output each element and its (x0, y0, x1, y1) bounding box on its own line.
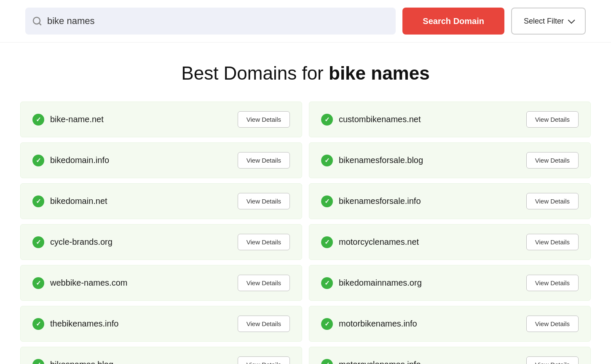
domain-left: thebikenames.info (32, 318, 118, 330)
domain-left: motorcyclenames.info (321, 359, 421, 364)
domain-row: bikenamesforsale.info View Details (309, 183, 591, 219)
domain-row: cycle-brands.org View Details (20, 224, 302, 260)
svg-line-1 (39, 23, 41, 25)
available-icon (321, 155, 333, 166)
domain-name: motorcyclenames.info (339, 360, 421, 364)
search-domain-button[interactable]: Search Domain (402, 8, 504, 35)
domain-row: thebikenames.info View Details (20, 306, 302, 342)
domain-name: bike-name.net (50, 115, 104, 124)
domain-row: bikedomain.net View Details (20, 183, 302, 219)
search-input[interactable] (47, 16, 389, 27)
domain-name: bikesnames.blog (50, 360, 113, 364)
domain-row: webbike-names.com View Details (20, 265, 302, 301)
domain-left: webbike-names.com (32, 277, 127, 289)
available-icon (321, 359, 333, 364)
domain-left: bikenamesforsale.info (321, 195, 421, 207)
view-details-button[interactable]: View Details (526, 193, 579, 209)
domain-row: motorcyclenames.info View Details (309, 347, 591, 364)
view-details-button[interactable]: View Details (238, 316, 290, 332)
page-title-prefix: Best Domains for (181, 63, 329, 83)
domain-left: bikedomain.net (32, 195, 107, 207)
available-icon (321, 277, 333, 289)
available-icon (32, 114, 44, 126)
view-details-button[interactable]: View Details (238, 111, 290, 128)
available-icon (321, 236, 333, 248)
domain-row: bikenamesforsale.blog View Details (309, 142, 591, 178)
domain-left: bikenamesforsale.blog (321, 155, 423, 166)
domain-left: bikedomain.info (32, 155, 109, 166)
domain-row: custombikenames.net View Details (309, 102, 591, 137)
domain-name: custombikenames.net (339, 115, 421, 124)
available-icon (321, 318, 333, 330)
view-details-button[interactable]: View Details (526, 316, 579, 332)
domain-name: webbike-names.com (50, 278, 127, 288)
page-title: Best Domains for bike names (0, 63, 611, 84)
header-bar: Search Domain Select Filter (0, 0, 611, 43)
view-details-button[interactable]: View Details (238, 275, 290, 291)
view-details-button[interactable]: View Details (238, 356, 290, 364)
domain-row: bikedomain.info View Details (20, 142, 302, 178)
available-icon (32, 277, 44, 289)
page-title-keyword: bike names (329, 63, 430, 83)
domain-name: motorbikenames.info (339, 319, 417, 329)
domains-grid: bike-name.net View Details custombikenam… (0, 99, 611, 364)
view-details-button[interactable]: View Details (526, 234, 579, 250)
domain-row: bike-name.net View Details (20, 102, 302, 137)
filter-label: Select Filter (524, 17, 564, 26)
available-icon (32, 359, 44, 364)
domain-name: bikenamesforsale.blog (339, 155, 423, 165)
filter-select-button[interactable]: Select Filter (511, 8, 586, 35)
domain-name: bikedomain.info (50, 155, 109, 165)
domain-name: thebikenames.info (50, 319, 118, 329)
domain-left: bike-name.net (32, 114, 104, 126)
view-details-button[interactable]: View Details (526, 111, 579, 128)
domain-row: bikesnames.blog View Details (20, 347, 302, 364)
domain-row: motorcyclenames.net View Details (309, 224, 591, 260)
domain-name: bikedomainnames.org (339, 278, 422, 288)
domain-left: motorbikenames.info (321, 318, 417, 330)
view-details-button[interactable]: View Details (526, 275, 579, 291)
view-details-button[interactable]: View Details (238, 193, 290, 209)
view-details-button[interactable]: View Details (526, 356, 579, 364)
available-icon (321, 195, 333, 207)
available-icon (32, 318, 44, 330)
available-icon (32, 236, 44, 248)
domain-left: bikedomainnames.org (321, 277, 422, 289)
domain-name: cycle-brands.org (50, 237, 113, 247)
available-icon (32, 155, 44, 166)
domain-row: bikedomainnames.org View Details (309, 265, 591, 301)
available-icon (321, 114, 333, 126)
domain-left: custombikenames.net (321, 114, 421, 126)
domain-left: bikesnames.blog (32, 359, 113, 364)
domain-left: motorcyclenames.net (321, 236, 419, 248)
domain-name: bikenamesforsale.info (339, 196, 421, 206)
domain-name: bikedomain.net (50, 196, 107, 206)
domain-row: motorbikenames.info View Details (309, 306, 591, 342)
search-container (25, 8, 396, 35)
view-details-button[interactable]: View Details (238, 152, 290, 169)
chevron-down-icon (568, 16, 575, 24)
view-details-button[interactable]: View Details (526, 152, 579, 169)
domain-left: cycle-brands.org (32, 236, 113, 248)
domain-name: motorcyclenames.net (339, 237, 419, 247)
search-icon (32, 16, 42, 26)
view-details-button[interactable]: View Details (238, 234, 290, 250)
available-icon (32, 195, 44, 207)
